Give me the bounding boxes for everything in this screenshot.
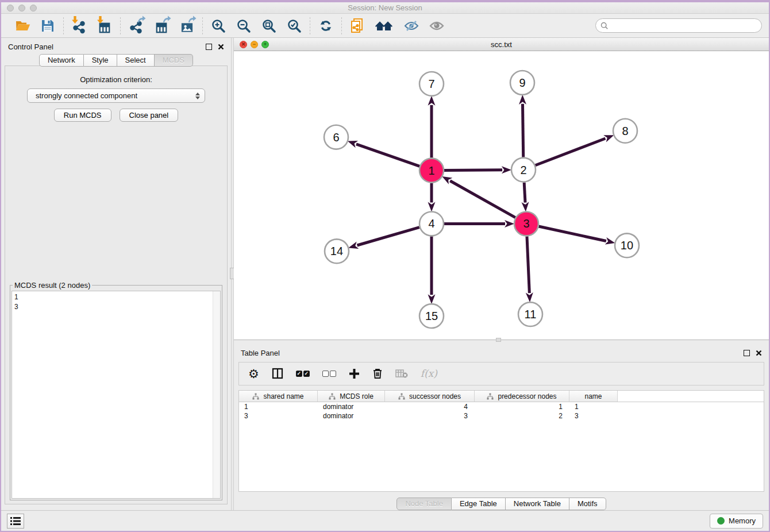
save-icon xyxy=(41,19,55,33)
clone-network-icon xyxy=(350,18,365,34)
checked-box-icon: ✓ xyxy=(303,371,310,377)
network-view-title: scc.txt xyxy=(234,40,769,49)
zoom-selected-button[interactable] xyxy=(286,17,303,34)
close-panel-icon[interactable] xyxy=(218,44,224,50)
float-panel-icon[interactable] xyxy=(744,350,750,356)
table-cell[interactable]: 2 xyxy=(475,412,569,420)
float-panel-icon[interactable] xyxy=(206,44,212,50)
export-table-button[interactable] xyxy=(153,17,170,34)
tab-select[interactable]: Select xyxy=(117,54,155,67)
trash-icon xyxy=(372,368,383,379)
column-label: predecessor nodes xyxy=(498,392,556,400)
zoom-in-button[interactable] xyxy=(210,17,227,34)
table-cell[interactable]: 1 xyxy=(239,403,318,411)
graph-node-label-7: 7 xyxy=(428,78,434,90)
zoom-fit-icon xyxy=(261,18,276,33)
graph-edge-2-8[interactable] xyxy=(536,138,606,165)
table-row[interactable]: 1dominator411 xyxy=(239,402,764,411)
column-label: MCDS role xyxy=(340,392,374,400)
column-header-successor-nodes[interactable]: successor nodes xyxy=(385,391,475,402)
delete-table-button[interactable] xyxy=(395,366,408,381)
task-history-button[interactable] xyxy=(7,514,24,529)
table-cell[interactable]: dominator xyxy=(318,403,385,411)
close-panel-icon[interactable] xyxy=(756,350,762,356)
mcds-result-group: MCDS result (2 nodes) 1 3 xyxy=(10,281,222,500)
open-session-button[interactable] xyxy=(14,17,31,34)
import-network-button[interactable] xyxy=(71,17,88,34)
tab-network-table[interactable]: Network Table xyxy=(506,498,569,510)
import-arrow-icon xyxy=(72,16,78,24)
graph-node-label-10: 10 xyxy=(621,239,633,252)
network-canvas[interactable]: 7968124314101511 xyxy=(234,51,769,340)
hide-selected-button[interactable] xyxy=(403,17,420,34)
table-settings-button[interactable]: ⚙ xyxy=(248,366,259,381)
add-column-button[interactable] xyxy=(349,366,360,381)
export-image-button[interactable] xyxy=(178,17,195,34)
delete-column-button[interactable] xyxy=(372,366,383,381)
home-button[interactable] xyxy=(374,17,395,34)
export-arrow-icon xyxy=(163,16,171,23)
deselect-all-button[interactable] xyxy=(322,366,336,381)
table-cell[interactable]: 3 xyxy=(385,412,475,420)
graph-edge-3-1[interactable] xyxy=(450,181,515,218)
horizontal-splitter[interactable] xyxy=(234,340,769,342)
close-panel-button[interactable]: Close panel xyxy=(120,109,179,122)
column-header-mcds-role[interactable]: MCDS role xyxy=(318,391,385,402)
unchecked-box-icon xyxy=(330,371,336,377)
result-scrollbar[interactable] xyxy=(213,291,220,498)
splitter-grip[interactable] xyxy=(496,338,501,342)
criterion-select[interactable]: strongly connected component xyxy=(27,88,205,103)
tab-edge-table[interactable]: Edge Table xyxy=(452,498,506,510)
checked-box-icon: ✓ xyxy=(296,371,302,377)
application-window: Session: New Session xyxy=(0,0,770,532)
unchecked-box-icon xyxy=(322,371,329,377)
table-cell[interactable]: 1 xyxy=(569,403,618,411)
gear-icon: ⚙ xyxy=(248,368,259,380)
mcds-result-text: 1 3 xyxy=(12,291,220,313)
column-header-predecessor-nodes[interactable]: predecessor nodes xyxy=(475,391,569,402)
zoom-out-icon xyxy=(236,18,251,33)
tab-style[interactable]: Style xyxy=(84,54,117,67)
control-panel-tabs: NetworkStyleSelectMCDS xyxy=(1,54,231,67)
graph-edge-2-9[interactable] xyxy=(522,104,523,157)
refresh-view-button[interactable] xyxy=(317,17,334,34)
tab-node-table[interactable]: Node Table xyxy=(396,498,452,510)
graph-edge-3-11[interactable] xyxy=(527,236,529,293)
graph-edge-2-3[interactable] xyxy=(524,183,525,203)
graph-edge-1-6[interactable] xyxy=(356,144,419,166)
new-network-from-selection-button[interactable] xyxy=(349,17,366,34)
column-header-shared-name[interactable]: shared name xyxy=(239,391,318,402)
zoom-fit-button[interactable] xyxy=(260,17,278,34)
search-box[interactable] xyxy=(595,18,762,33)
table-icon xyxy=(155,21,168,34)
mcds-result-box[interactable]: 1 3 xyxy=(11,291,221,499)
memory-button[interactable]: Memory xyxy=(710,514,763,529)
save-session-button[interactable] xyxy=(39,17,56,34)
export-network-button[interactable] xyxy=(128,17,145,34)
tab-network[interactable]: Network xyxy=(39,54,84,67)
tab-mcds[interactable]: MCDS xyxy=(155,54,193,67)
graph-edge-1-2[interactable] xyxy=(444,170,502,171)
column-header-name[interactable]: name xyxy=(569,391,618,402)
table-cell[interactable]: 4 xyxy=(385,403,475,411)
table-cell[interactable]: 1 xyxy=(475,403,569,411)
show-all-button[interactable] xyxy=(428,17,445,34)
show-column-button[interactable] xyxy=(272,366,283,381)
table-cell[interactable]: 3 xyxy=(569,412,618,420)
tab-motifs[interactable]: Motifs xyxy=(569,498,606,510)
search-input[interactable] xyxy=(612,21,757,30)
zoom-out-button[interactable] xyxy=(235,17,252,34)
table-cell[interactable]: 3 xyxy=(239,412,318,420)
run-mcds-button[interactable]: Run MCDS xyxy=(54,109,111,122)
import-table-button[interactable] xyxy=(96,17,113,34)
table-row[interactable]: 3dominator323 xyxy=(239,411,764,421)
function-builder-button[interactable]: f(x) xyxy=(421,366,437,381)
export-arrow-icon xyxy=(137,16,146,23)
select-all-button[interactable]: ✓ ✓ xyxy=(296,366,310,381)
column-type-icon xyxy=(252,393,259,400)
zoom-selected-icon xyxy=(287,18,302,33)
image-icon xyxy=(180,21,194,33)
graph-edge-3-10[interactable] xyxy=(538,226,606,241)
graph-edge-4-14[interactable] xyxy=(357,228,419,245)
table-cell[interactable]: dominator xyxy=(318,412,385,420)
